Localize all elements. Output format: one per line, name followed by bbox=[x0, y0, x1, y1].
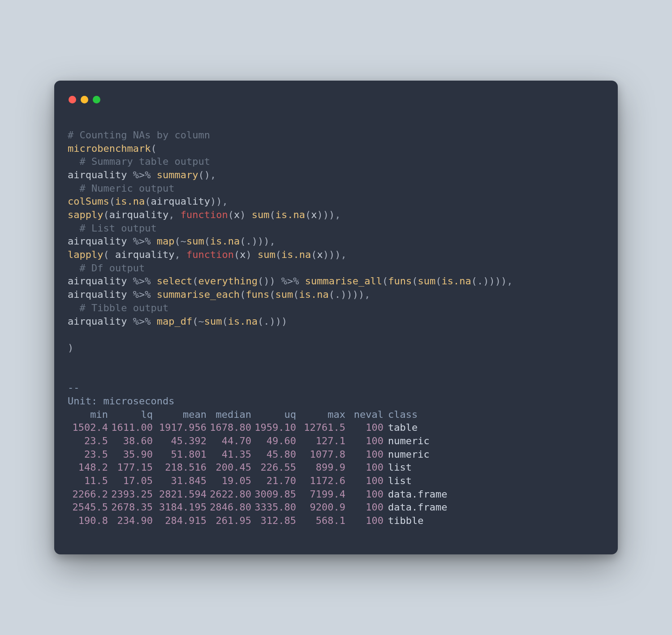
cell-max: 12761.5 bbox=[296, 421, 345, 434]
table-row: 23.535.9051.80141.3545.801077.8100numeri… bbox=[68, 449, 460, 460]
paren-open: ( bbox=[192, 316, 198, 327]
comma: , bbox=[210, 169, 216, 180]
paren-close: ) bbox=[263, 236, 269, 247]
cell-median: 261.95 bbox=[207, 514, 251, 528]
paren-close: ) bbox=[281, 316, 287, 327]
paren-open: ( bbox=[269, 209, 275, 220]
cell-neval: 100 bbox=[345, 448, 383, 461]
paren-close: ) bbox=[501, 275, 507, 287]
paren-open: ( bbox=[204, 236, 210, 247]
cell-mean: 2821.594 bbox=[153, 488, 207, 501]
comma: , bbox=[335, 209, 340, 220]
fn-summarise-all: summarise_all bbox=[305, 275, 382, 287]
id-airquality: airquality bbox=[68, 236, 127, 247]
space bbox=[246, 209, 251, 220]
fn-summary: summary bbox=[157, 169, 198, 180]
paren-close: ) bbox=[329, 249, 335, 260]
cell-class: list bbox=[383, 461, 460, 474]
cell-neval: 100 bbox=[345, 474, 383, 488]
paren-close: ) bbox=[210, 196, 216, 207]
pipe-op: %>% bbox=[276, 275, 305, 287]
cell-min: 1502.4 bbox=[68, 421, 108, 434]
cell-mean: 1917.956 bbox=[153, 421, 207, 434]
cell-uq: 45.80 bbox=[251, 448, 296, 461]
pipe-op: %>% bbox=[127, 169, 156, 180]
terminal-window: # Counting NAs by column microbenchmark(… bbox=[54, 81, 618, 554]
paren-open: ( bbox=[276, 249, 281, 260]
cell-mean: 3184.195 bbox=[153, 501, 207, 514]
table-row: 190.8234.90284.915261.95312.85568.1100ti… bbox=[68, 515, 460, 526]
paren-open: ( bbox=[222, 316, 228, 327]
cell-max: 7199.4 bbox=[296, 488, 345, 501]
paren-close: ) bbox=[269, 275, 275, 287]
close-window-button[interactable] bbox=[69, 96, 76, 103]
fn-isna: is.na bbox=[115, 196, 145, 207]
paren-close: ) bbox=[483, 275, 489, 287]
id-airquality: airquality bbox=[68, 316, 127, 327]
fn-select: select bbox=[157, 275, 192, 287]
cell-lq: 2393.25 bbox=[108, 488, 153, 501]
fn-funs: funs bbox=[388, 275, 412, 287]
code-comment: # Tibble output bbox=[80, 302, 169, 313]
cell-max: 1077.8 bbox=[296, 448, 345, 461]
col-mean: mean bbox=[153, 408, 207, 421]
paren-close: ) bbox=[252, 236, 258, 247]
cell-class: numeric bbox=[383, 448, 460, 461]
col-uq: uq bbox=[251, 408, 296, 421]
fn-microbenchmark: microbenchmark bbox=[68, 143, 151, 154]
paren-open: ( bbox=[269, 289, 275, 300]
fn-isna: is.na bbox=[210, 236, 240, 247]
fn-sum: sum bbox=[252, 209, 270, 220]
minimize-window-button[interactable] bbox=[81, 96, 88, 103]
pipe-op: %>% bbox=[127, 275, 156, 287]
cell-median: 44.70 bbox=[207, 434, 251, 448]
dot-arg: . bbox=[335, 289, 340, 300]
paren-open: ( bbox=[258, 316, 263, 327]
arg-x: x bbox=[234, 209, 240, 220]
cell-class: data.frame bbox=[383, 488, 460, 501]
fn-funs: funs bbox=[246, 289, 269, 300]
cell-neval: 100 bbox=[345, 514, 383, 528]
output-unit: Unit: microseconds bbox=[68, 395, 174, 407]
paren-close: ) bbox=[353, 289, 358, 300]
cell-mean: 31.845 bbox=[153, 474, 207, 488]
cell-mean: 51.801 bbox=[153, 448, 207, 461]
pipe-op: %>% bbox=[127, 289, 156, 300]
table-row: 2545.52678.353184.1952846.803335.809200.… bbox=[68, 502, 460, 513]
paren-close: ) bbox=[323, 249, 329, 260]
paren-open: ( bbox=[198, 169, 204, 180]
cell-median: 19.05 bbox=[207, 474, 251, 488]
arg-x: x bbox=[311, 209, 317, 220]
cell-median: 200.45 bbox=[207, 461, 251, 474]
comma: , bbox=[364, 289, 370, 300]
table-row: 2266.22393.252821.5942622.803009.857199.… bbox=[68, 489, 460, 500]
cell-class: numeric bbox=[383, 434, 460, 448]
cell-class: tibble bbox=[383, 514, 460, 528]
paren-open: ( bbox=[103, 209, 109, 220]
cell-lq: 177.15 bbox=[108, 461, 153, 474]
id-airquality: airquality bbox=[151, 196, 210, 207]
paren-close: ) bbox=[340, 289, 346, 300]
paren-open: ( bbox=[329, 289, 335, 300]
arg-x: x bbox=[240, 249, 246, 260]
cell-mean: 218.516 bbox=[153, 461, 207, 474]
cell-min: 23.5 bbox=[68, 448, 108, 461]
cell-uq: 49.60 bbox=[251, 434, 296, 448]
code-comment: # Summary table output bbox=[80, 156, 210, 167]
paren-close: ) bbox=[68, 342, 73, 353]
fn-isna: is.na bbox=[281, 249, 311, 260]
paren-close: ) bbox=[240, 209, 246, 220]
dot-arg: . bbox=[477, 275, 483, 287]
space bbox=[252, 249, 258, 260]
arg-x: x bbox=[317, 249, 323, 260]
col-min: min bbox=[68, 408, 108, 421]
cell-uq: 312.85 bbox=[251, 514, 296, 528]
paren-close: ) bbox=[216, 196, 222, 207]
zoom-window-button[interactable] bbox=[93, 96, 100, 103]
id-airquality: airquality bbox=[68, 275, 127, 287]
cell-uq: 226.55 bbox=[251, 461, 296, 474]
cell-min: 148.2 bbox=[68, 461, 108, 474]
paren-open: ( bbox=[151, 143, 156, 154]
paren-close: ) bbox=[335, 249, 340, 260]
cell-neval: 100 bbox=[345, 461, 383, 474]
